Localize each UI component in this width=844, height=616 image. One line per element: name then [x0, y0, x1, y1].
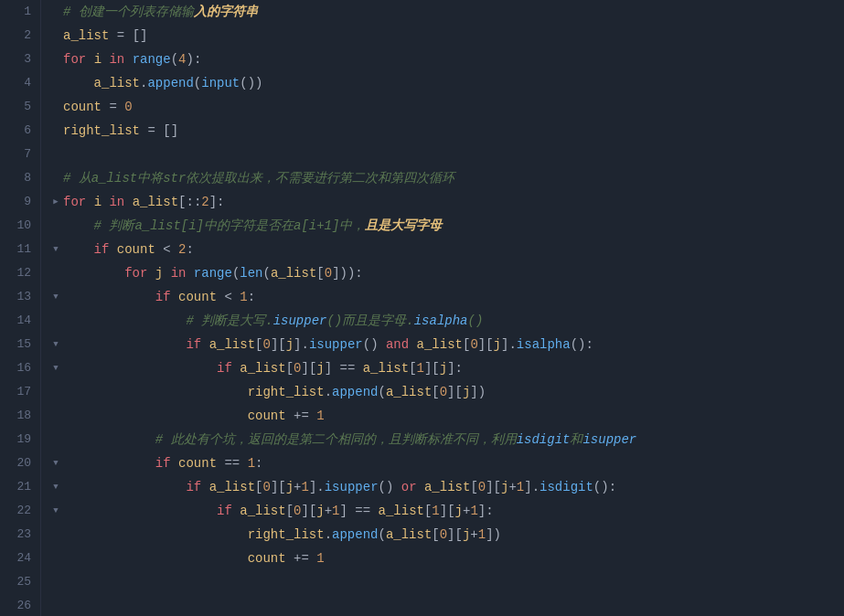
code-line-6: right_list = []: [41, 119, 844, 143]
fold-20[interactable]: ▼: [48, 451, 63, 475]
code-line-11: ▼ if count < 2:: [41, 238, 844, 261]
code-line-12: for j in range(len(a_list[0])):: [41, 261, 844, 285]
fold-18[interactable]: [48, 404, 63, 428]
line-numbers: 1 2 3 4 5 6 7 8 9 10 11 12 13 14 15 16 1…: [0, 0, 41, 616]
fold-3[interactable]: [48, 48, 63, 71]
code-lines: # 创建一个列表存储输入的字符串 a_list = [] for i in ra…: [41, 0, 844, 616]
fold-7[interactable]: [48, 143, 63, 166]
ln-17: 17: [9, 380, 31, 404]
fold-12[interactable]: [48, 261, 63, 285]
code-line-19: # 此处有个坑，返回的是第二个相同的，且判断标准不同，利用isdigit和isu…: [41, 428, 844, 451]
fold-8[interactable]: [48, 166, 63, 190]
ln-21: 21: [9, 475, 31, 499]
ln-14: 14: [9, 309, 31, 333]
line2-var: a_list: [63, 24, 109, 48]
ln-2: 2: [9, 24, 31, 48]
fold-17[interactable]: [48, 380, 63, 404]
fold-13[interactable]: ▼: [48, 285, 63, 309]
ln-5: 5: [9, 95, 31, 119]
fold-6[interactable]: [48, 119, 63, 143]
fold-4[interactable]: [48, 71, 63, 95]
fold-15[interactable]: ▼: [48, 333, 63, 356]
fold-19[interactable]: [48, 428, 63, 451]
code-line-4: a_list.append(input()): [41, 71, 844, 95]
code-line-20: ▼ if count == 1:: [41, 451, 844, 475]
fold-1[interactable]: [48, 0, 63, 24]
fold-2[interactable]: [48, 24, 63, 48]
ln-19: 19: [9, 428, 31, 451]
fold-11[interactable]: ▼: [48, 238, 63, 261]
ln-8: 8: [9, 166, 31, 190]
code-line-17: right_list.append(a_list[0][j]): [41, 380, 844, 404]
code-line-23: right_list.append(a_list[0][j+1]): [41, 523, 844, 547]
code-editor: 1 2 3 4 5 6 7 8 9 10 11 12 13 14 15 16 1…: [0, 0, 844, 616]
ln-15: 15: [9, 333, 31, 356]
fold-5[interactable]: [48, 95, 63, 119]
code-line-9: ▶ for i in a_list[::2]:: [41, 190, 844, 214]
ln-6: 6: [9, 119, 31, 143]
fold-24[interactable]: [48, 547, 63, 570]
ln-22: 22: [9, 499, 31, 523]
fold-10[interactable]: [48, 214, 63, 238]
fold-16[interactable]: ▼: [48, 356, 63, 380]
code-line-16: ▼ if a_list[0][j] == a_list[1][j]:: [41, 356, 844, 380]
ln-13: 13: [9, 285, 31, 309]
ln-16: 16: [9, 356, 31, 380]
code-line-5: count = 0: [41, 95, 844, 119]
ln-12: 12: [9, 261, 31, 285]
fold-22[interactable]: ▼: [48, 499, 63, 523]
fold-14[interactable]: [48, 309, 63, 333]
code-line-22: ▼ if a_list[0][j+1] == a_list[1][j+1]:: [41, 499, 844, 523]
code-line-7: [41, 143, 844, 166]
code-line-1: # 创建一个列表存储输入的字符串: [41, 0, 844, 24]
code-line-15: ▼ if a_list[0][j].isupper() and a_list[0…: [41, 333, 844, 356]
ln-25: 25: [9, 570, 31, 594]
ln-3: 3: [9, 48, 31, 71]
code-line-14: # 判断是大写.isupper()而且是字母.isalpha(): [41, 309, 844, 333]
fold-9[interactable]: ▶: [48, 190, 63, 214]
code-line-13: ▼ if count < 1:: [41, 285, 844, 309]
fold-26[interactable]: [48, 594, 63, 616]
ln-26: 26: [9, 594, 31, 616]
ln-20: 20: [9, 451, 31, 475]
fold-21[interactable]: ▼: [48, 475, 63, 499]
fold-23[interactable]: [48, 523, 63, 547]
ln-24: 24: [9, 547, 31, 570]
ln-11: 11: [9, 238, 31, 261]
code-content: # 创建一个列表存储输入的字符串 a_list = [] for i in ra…: [41, 0, 844, 616]
code-line-24: count += 1: [41, 547, 844, 570]
fold-25[interactable]: [48, 570, 63, 594]
ln-10: 10: [9, 214, 31, 238]
code-line-18: count += 1: [41, 404, 844, 428]
code-line-25: [41, 570, 844, 594]
code-line-3: for i in range(4):: [41, 48, 844, 71]
line1-comment: # 创建一个列表存储输入的字符串: [63, 0, 258, 24]
code-line-26: [41, 594, 844, 616]
ln-4: 4: [9, 71, 31, 95]
ln-18: 18: [9, 404, 31, 428]
ln-23: 23: [9, 523, 31, 547]
code-line-10: # 判断a_list[i]中的字符是否在a[i+1]中，且是大写字母: [41, 214, 844, 238]
code-line-2: a_list = []: [41, 24, 844, 48]
ln-7: 7: [9, 143, 31, 166]
ln-1: 1: [9, 0, 31, 24]
code-line-21: ▼ if a_list[0][j+1].isupper() or a_list[…: [41, 475, 844, 499]
ln-9: 9: [9, 190, 31, 214]
code-line-8: # 从a_list中将str依次提取出来，不需要进行第二次和第四次循环: [41, 166, 844, 190]
